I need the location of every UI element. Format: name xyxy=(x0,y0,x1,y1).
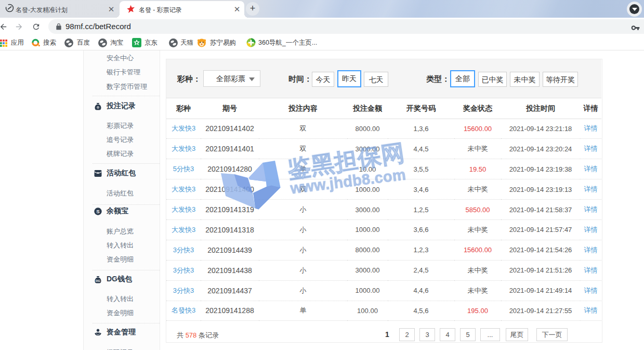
svg-text:S: S xyxy=(96,209,99,214)
svg-text:DG: DG xyxy=(96,279,100,282)
